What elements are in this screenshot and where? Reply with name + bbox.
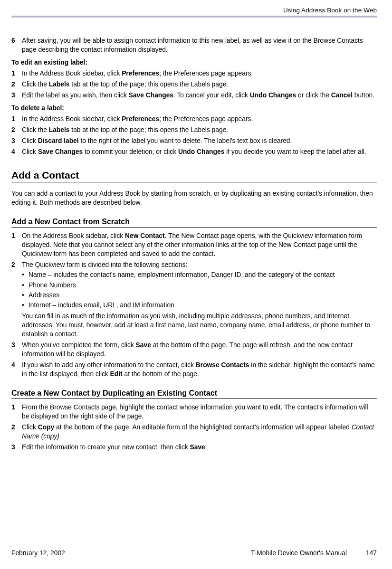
step-body: The Quickview form is divided into the f…: [22, 260, 377, 338]
list-item: 1 In the Address Book sidebar, click Pre…: [11, 69, 377, 78]
list-item: 2 The Quickview form is divided into the…: [11, 260, 377, 338]
step-body: Click the Labels tab at the top of the p…: [22, 125, 377, 134]
step-body: After saving, you will be able to assign…: [22, 36, 377, 54]
step-number: 3: [11, 341, 22, 359]
page-footer: February 12, 2002 T-Mobile Device Owner'…: [11, 550, 377, 557]
list-item: 1 From the Browse Contacts page, highlig…: [11, 403, 377, 421]
step-body: Click Copy at the bottom of the page. An…: [22, 423, 377, 441]
step-number: 3: [11, 443, 22, 452]
list-item: 2 Click the Labels tab at the top of the…: [11, 125, 377, 134]
heading-duplicate-contact: Create a New Contact by Duplicating an E…: [11, 389, 377, 398]
step-body: On the Address Book sidebar, click New C…: [22, 231, 377, 258]
step-number: 1: [11, 403, 22, 421]
step-number: 1: [11, 114, 22, 123]
step-number: 3: [11, 136, 22, 145]
step-number: 3: [11, 91, 22, 100]
step-number: 2: [11, 260, 22, 338]
step-body: When you've completed the form, click Sa…: [22, 341, 377, 359]
footer-page-number: 147: [366, 550, 377, 557]
step-body: Click Discard label to the right of the …: [22, 136, 377, 145]
step-number: 2: [11, 80, 22, 89]
step-number: 1: [11, 69, 22, 78]
list-item: 3 Edit the label as you wish, then click…: [11, 91, 377, 100]
bullet-item: •Name – includes the contact's name, emp…: [22, 270, 377, 279]
list-item: 4 Click Save Changes to commit your dele…: [11, 147, 377, 156]
list-item: 3 Click Discard label to the right of th…: [11, 136, 377, 145]
list-item: 3 When you've completed the form, click …: [11, 341, 377, 359]
heading-add-contact: Add a Contact: [11, 170, 377, 181]
heading-delete-label: To delete a label:: [11, 104, 377, 112]
bullet-item: •Addresses: [22, 291, 377, 300]
list-item: 4 If you wish to add any other informati…: [11, 360, 377, 379]
step-number: 2: [11, 125, 22, 134]
heading-add-scratch: Add a New Contact from Scratch: [11, 218, 377, 226]
list-item: 3 Edit the information to create your ne…: [11, 443, 377, 452]
footer-manual-title: T-Mobile Device Owner's Manual: [251, 550, 347, 557]
running-header: Using Address Book on the Web: [11, 7, 377, 16]
step-body: Edit the label as you wish, then click S…: [22, 91, 377, 100]
step-number: 4: [11, 147, 22, 156]
heading-rule: [11, 182, 377, 182]
step-number: 2: [11, 423, 22, 441]
delete-label-steps: 1 In the Address Book sidebar, click Pre…: [11, 114, 377, 156]
step-body: From the Browse Contacts page, highlight…: [22, 403, 377, 421]
list-item: 2 Click Copy at the bottom of the page. …: [11, 423, 377, 441]
heading-rule: [11, 227, 377, 228]
footer-date: February 12, 2002: [11, 550, 65, 557]
step-number: 1: [11, 231, 22, 258]
heading-edit-label: To edit an existing label:: [11, 59, 377, 66]
bullet-item: •Internet – includes email, URL, and IM …: [22, 301, 377, 310]
list-item: 1 On the Address Book sidebar, click New…: [11, 231, 377, 258]
step-number: 6: [11, 36, 22, 54]
step-6: 6 After saving, you will be able to assi…: [11, 36, 377, 54]
edit-label-steps: 1 In the Address Book sidebar, click Pre…: [11, 69, 377, 100]
duplicate-steps: 1 From the Browse Contacts page, highlig…: [11, 403, 377, 452]
paragraph: You can add a contact to your Address Bo…: [11, 189, 377, 207]
scratch-steps: 1 On the Address Book sidebar, click New…: [11, 231, 377, 378]
bullet-list: •Name – includes the contact's name, emp…: [22, 270, 377, 309]
step-number: 4: [11, 360, 22, 379]
step-body: Click the Labels tab at the top of the p…: [22, 80, 377, 89]
list-item: 2 Click the Labels tab at the top of the…: [11, 80, 377, 89]
step-body: If you wish to add any other information…: [22, 360, 377, 379]
header-rule: [11, 16, 377, 18]
step-body: Click Save Changes to commit your deleti…: [22, 147, 377, 156]
list-item: 1 In the Address Book sidebar, click Pre…: [11, 114, 377, 123]
heading-rule: [11, 398, 377, 399]
step-body: In the Address Book sidebar, click Prefe…: [22, 114, 377, 123]
step-body: In the Address Book sidebar, click Prefe…: [22, 69, 377, 78]
step-body: Edit the information to create your new …: [22, 443, 377, 452]
bullet-item: •Phone Numbers: [22, 281, 377, 290]
